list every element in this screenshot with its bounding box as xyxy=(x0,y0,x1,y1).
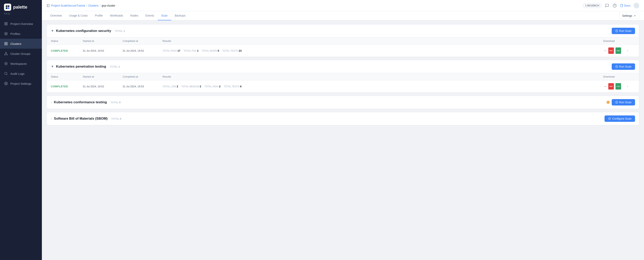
sidebar-item-label-workspaces: Workspaces xyxy=(10,62,27,66)
svg-rect-5 xyxy=(6,22,8,23)
breadcrumb-project[interactable]: Project-ScaleSecureTutoria xyxy=(51,4,85,7)
col-completed-pen: Completed at xyxy=(122,75,162,78)
result-pass: TOTAL PASS 17 xyxy=(162,49,180,52)
svg-marker-28 xyxy=(616,30,617,32)
col-started-pen: Started at xyxy=(83,75,122,78)
sidebar-item-audit-logs[interactable]: Audit Logs xyxy=(0,68,42,78)
sidebar-item-label-clusters: Clusters xyxy=(10,42,21,46)
svg-marker-8 xyxy=(4,32,8,34)
content-area: ▼ Kubernetes configuration security TOTA… xyxy=(42,20,644,260)
section-title-area-k8s-config: ▼ Kubernetes configuration security TOTA… xyxy=(51,29,125,33)
started-cell-k8s-config: 31 Jul 2024, 19:52 xyxy=(83,49,122,52)
table-row-k8s-config-1: COMPLETED 31 Jul 2024, 19:52 31 Jul 2024… xyxy=(47,45,639,57)
results-cell-k8s-pen: TOTAL LOW 2 TOTAL MEDIUM 2 TOTAL HIGH 2 … xyxy=(162,85,603,88)
svg-rect-7 xyxy=(6,24,8,25)
svg-point-22 xyxy=(6,83,6,84)
csv-download-button-pen[interactable]: CSV xyxy=(616,83,621,90)
svg-rect-11 xyxy=(4,44,6,45)
audit-icon xyxy=(4,72,8,76)
tabs: Overview Usage & Costs Profile Workloads… xyxy=(47,11,189,20)
logo-text: palette xyxy=(13,4,27,10)
tab-nodes[interactable]: Nodes xyxy=(126,11,142,20)
breadcrumb-section[interactable]: Clusters xyxy=(88,4,98,7)
result-tests: TOTAL TESTS 23 xyxy=(222,49,242,52)
sidebar-item-label-project-settings: Project Settings xyxy=(10,82,31,85)
svg-point-18 xyxy=(6,63,6,64)
chevron-right-icon-sbom[interactable]: › xyxy=(51,117,52,120)
section-header-sbom: › Software Bill of Materials (SBOM) TOTA… xyxy=(47,112,639,125)
svg-rect-4 xyxy=(4,22,6,23)
cluster-groups-icon xyxy=(4,52,8,56)
svg-point-19 xyxy=(4,62,8,65)
tab-overview[interactable]: Overview xyxy=(47,11,66,20)
svg-marker-32 xyxy=(616,102,617,103)
section-title-area-k8s-pen: ▼ Kubernetes penetration testing TOTAL 1 xyxy=(51,64,120,68)
configure-scan-button-sbom[interactable]: Configure Scan xyxy=(604,116,635,122)
sidebar-item-cluster-groups[interactable]: Cluster Groups xyxy=(0,49,42,58)
svg-rect-6 xyxy=(4,24,6,25)
chevron-down-icon xyxy=(634,14,636,17)
result-fail: TOTAL FAIL 1 xyxy=(184,49,198,52)
tab-backups[interactable]: Backups xyxy=(171,11,189,20)
tab-scan[interactable]: Scan xyxy=(158,11,171,20)
section-title-area-k8s-conformance: › Kubernetes conformance testing TOTAL 0 xyxy=(51,100,121,104)
section-total-k8s-conformance: TOTAL 0 xyxy=(110,101,121,104)
pdf-download-button-pen[interactable]: PDF xyxy=(608,83,614,90)
sidebar-item-clusters[interactable]: Clusters xyxy=(0,39,42,49)
settings-icon xyxy=(4,82,8,86)
svg-point-14 xyxy=(4,54,6,55)
svg-rect-12 xyxy=(6,44,8,45)
run-scan-button-k8s-config[interactable]: Run Scan xyxy=(612,28,635,34)
download-cell-k8s-pen: → PDF CSV xyxy=(603,83,627,90)
col-download: Download xyxy=(603,40,627,42)
chevron-down-icon-k8s-pen[interactable]: ▼ xyxy=(51,65,54,68)
section-sbom: › Software Bill of Materials (SBOM) TOTA… xyxy=(47,112,639,125)
csv-download-button[interactable]: CSV xyxy=(616,48,621,54)
row-expand-icon-k8s-pen[interactable]: › xyxy=(627,84,635,88)
tab-events[interactable]: Events xyxy=(142,11,158,20)
sidebar-item-project-overview[interactable]: Project Overview xyxy=(0,19,42,29)
section-header-k8s-config: ▼ Kubernetes configuration security TOTA… xyxy=(47,24,639,38)
col-results: Results xyxy=(162,40,603,42)
sidebar-item-project-settings[interactable]: Project Settings xyxy=(0,78,42,88)
chevron-down-icon-k8s-config[interactable]: ▼ xyxy=(51,29,54,33)
pdf-download-button[interactable]: PDF xyxy=(608,48,614,54)
svg-line-17 xyxy=(6,53,7,54)
grid-icon xyxy=(4,42,8,46)
help-icon[interactable] xyxy=(612,4,617,8)
sidebar-item-workspaces[interactable]: Workspaces xyxy=(0,58,42,68)
docs-link[interactable]: Docs xyxy=(620,4,630,7)
result-medium: TOTAL MEDIUM 2 xyxy=(181,85,201,88)
section-total-k8s-config: TOTAL 1 xyxy=(115,30,125,32)
col-action-pen xyxy=(627,75,635,78)
sidebar-nav: Project Overview Profiles Clusters Clust… xyxy=(0,18,42,260)
svg-rect-9 xyxy=(4,42,6,43)
chat-icon[interactable] xyxy=(605,4,609,8)
chevron-right-icon-conformance[interactable]: › xyxy=(51,100,52,104)
logo-area: palette xyxy=(0,0,42,12)
tabbar: Overview Usage & Costs Profile Workloads… xyxy=(42,11,644,20)
result-warn: TOTAL WARN 5 xyxy=(202,49,219,52)
tab-profile[interactable]: Profile xyxy=(91,11,106,20)
sidebar-item-label-project-overview: Project Overview xyxy=(10,22,33,26)
svg-rect-23 xyxy=(47,4,50,7)
svg-point-20 xyxy=(4,72,7,74)
settings-button[interactable]: Settings xyxy=(619,12,639,19)
run-scan-button-k8s-pen[interactable]: Run Scan xyxy=(612,64,635,70)
section-total-k8s-pen: TOTAL 1 xyxy=(110,65,120,68)
tab-workloads[interactable]: Workloads xyxy=(106,11,126,20)
download-arrow-icon: → xyxy=(603,49,607,53)
completed-cell-k8s-pen: 31 Jul 2024, 19:53 xyxy=(122,85,162,88)
run-scan-button-conformance[interactable]: Run Scan xyxy=(612,99,635,106)
breadcrumb-sep-1: / xyxy=(86,4,87,7)
topbar-right: 1.96/100kCH Docs xyxy=(582,3,639,8)
tab-usage-costs[interactable]: Usage & Costs xyxy=(66,11,91,20)
row-expand-icon-k8s-config[interactable]: › xyxy=(627,49,635,52)
result-low: TOTAL LOW 2 xyxy=(162,85,178,88)
chart-icon xyxy=(4,22,8,26)
svg-marker-34 xyxy=(609,118,610,119)
breadcrumb-current: gcp-cluster xyxy=(102,4,115,7)
sidebar-item-profiles[interactable]: Profiles xyxy=(0,29,42,39)
svg-rect-2 xyxy=(6,8,8,9)
result-high: TOTAL HIGH 2 xyxy=(204,85,220,88)
